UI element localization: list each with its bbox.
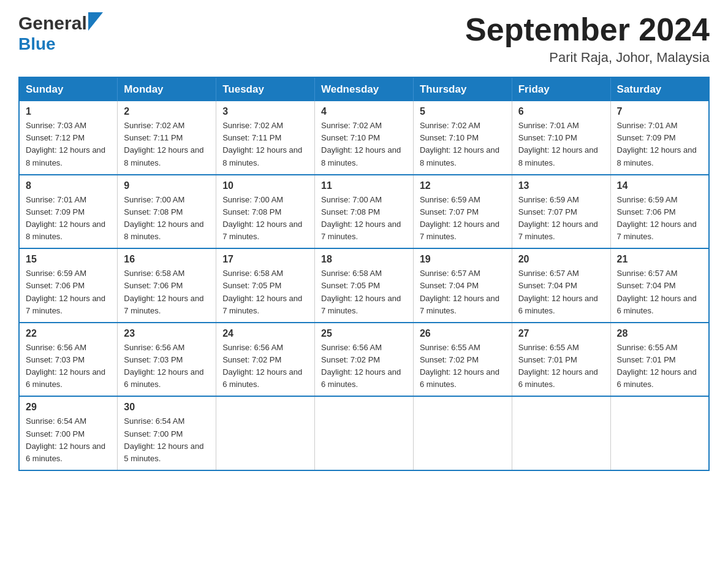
day-info: Sunrise: 6:55 AM Sunset: 7:02 PM Dayligh… [420,342,506,391]
day-info: Sunrise: 6:56 AM Sunset: 7:02 PM Dayligh… [222,342,308,391]
day-info: Sunrise: 6:58 AM Sunset: 7:06 PM Dayligh… [124,267,210,317]
table-row: 21 Sunrise: 6:57 AM Sunset: 7:04 PM Dayl… [610,248,709,323]
day-number: 18 [321,254,407,265]
day-number: 15 [26,254,111,265]
table-row: 27 Sunrise: 6:55 AM Sunset: 7:01 PM Dayl… [512,323,610,397]
logo-arrow-icon [87,11,103,33]
header-wednesday: Wednesday [315,77,414,101]
day-info: Sunrise: 6:57 AM Sunset: 7:04 PM Dayligh… [617,267,702,317]
day-info: Sunrise: 7:02 AM Sunset: 7:11 PM Dayligh… [124,120,210,169]
day-info: Sunrise: 6:54 AM Sunset: 7:00 PM Dayligh… [124,415,210,465]
table-row: 28 Sunrise: 6:55 AM Sunset: 7:01 PM Dayl… [610,323,709,397]
table-row: 3 Sunrise: 7:02 AM Sunset: 7:11 PM Dayli… [216,101,315,175]
day-number: 4 [321,106,407,117]
header-monday: Monday [118,77,216,101]
table-row: 30 Sunrise: 6:54 AM Sunset: 7:00 PM Dayl… [118,396,216,470]
table-row: 12 Sunrise: 6:59 AM Sunset: 7:07 PM Dayl… [413,175,512,249]
table-row: 4 Sunrise: 7:02 AM Sunset: 7:10 PM Dayli… [315,101,414,175]
header-tuesday: Tuesday [216,77,315,101]
day-info: Sunrise: 7:01 AM Sunset: 7:10 PM Dayligh… [518,120,604,169]
calendar-body: 1 Sunrise: 7:03 AM Sunset: 7:12 PM Dayli… [19,101,709,470]
day-info: Sunrise: 6:54 AM Sunset: 7:00 PM Dayligh… [26,415,111,465]
day-info: Sunrise: 6:56 AM Sunset: 7:02 PM Dayligh… [321,342,407,391]
table-row [413,396,512,470]
day-number: 9 [124,180,210,191]
calendar-table: Sunday Monday Tuesday Wednesday Thursday… [18,77,710,471]
day-number: 7 [617,106,702,117]
day-number: 29 [26,402,111,413]
title-block: September 2024 Parit Raja, Johor, Malays… [465,12,710,66]
table-row: 6 Sunrise: 7:01 AM Sunset: 7:10 PM Dayli… [512,101,610,175]
table-row: 13 Sunrise: 6:59 AM Sunset: 7:07 PM Dayl… [512,175,610,249]
day-number: 1 [26,106,111,117]
day-number: 8 [26,180,111,191]
day-info: Sunrise: 6:58 AM Sunset: 7:05 PM Dayligh… [222,267,308,317]
month-title: September 2024 [465,12,710,47]
day-number: 23 [124,328,210,339]
header-thursday: Thursday [413,77,512,101]
day-number: 27 [518,328,604,339]
location-text: Parit Raja, Johor, Malaysia [465,50,710,66]
day-number: 11 [321,180,407,191]
day-info: Sunrise: 6:58 AM Sunset: 7:05 PM Dayligh… [321,267,407,317]
day-info: Sunrise: 6:57 AM Sunset: 7:04 PM Dayligh… [518,267,604,317]
day-info: Sunrise: 6:57 AM Sunset: 7:04 PM Dayligh… [420,267,506,317]
table-row [610,396,709,470]
table-row: 24 Sunrise: 6:56 AM Sunset: 7:02 PM Dayl… [216,323,315,397]
day-info: Sunrise: 6:56 AM Sunset: 7:03 PM Dayligh… [124,342,210,391]
table-row: 18 Sunrise: 6:58 AM Sunset: 7:05 PM Dayl… [315,248,414,323]
day-info: Sunrise: 7:01 AM Sunset: 7:09 PM Dayligh… [617,120,702,169]
day-info: Sunrise: 7:00 AM Sunset: 7:08 PM Dayligh… [321,194,407,243]
header-saturday: Saturday [610,77,709,101]
day-number: 26 [420,328,506,339]
day-number: 17 [222,254,308,265]
table-row: 26 Sunrise: 6:55 AM Sunset: 7:02 PM Dayl… [413,323,512,397]
page-header: General Blue September 2024 Parit Raja, … [18,12,710,66]
header-friday: Friday [512,77,610,101]
day-info: Sunrise: 6:59 AM Sunset: 7:06 PM Dayligh… [617,194,702,243]
day-info: Sunrise: 6:55 AM Sunset: 7:01 PM Dayligh… [518,342,604,391]
table-row: 15 Sunrise: 6:59 AM Sunset: 7:06 PM Dayl… [19,248,118,323]
day-info: Sunrise: 6:59 AM Sunset: 7:06 PM Dayligh… [26,267,111,317]
svg-marker-0 [88,12,103,31]
day-info: Sunrise: 7:02 AM Sunset: 7:10 PM Dayligh… [321,120,407,169]
table-row: 11 Sunrise: 7:00 AM Sunset: 7:08 PM Dayl… [315,175,414,249]
table-row: 19 Sunrise: 6:57 AM Sunset: 7:04 PM Dayl… [413,248,512,323]
table-row: 16 Sunrise: 6:58 AM Sunset: 7:06 PM Dayl… [118,248,216,323]
calendar-header: Sunday Monday Tuesday Wednesday Thursday… [19,77,709,101]
table-row: 10 Sunrise: 7:00 AM Sunset: 7:08 PM Dayl… [216,175,315,249]
day-info: Sunrise: 7:03 AM Sunset: 7:12 PM Dayligh… [26,120,111,169]
day-number: 16 [124,254,210,265]
table-row [216,396,315,470]
table-row: 8 Sunrise: 7:01 AM Sunset: 7:09 PM Dayli… [19,175,118,249]
day-number: 2 [124,106,210,117]
day-number: 13 [518,180,604,191]
table-row: 5 Sunrise: 7:02 AM Sunset: 7:10 PM Dayli… [413,101,512,175]
day-info: Sunrise: 7:00 AM Sunset: 7:08 PM Dayligh… [222,194,308,243]
table-row: 7 Sunrise: 7:01 AM Sunset: 7:09 PM Dayli… [610,101,709,175]
logo-blue-text: Blue [18,34,56,54]
day-info: Sunrise: 6:59 AM Sunset: 7:07 PM Dayligh… [518,194,604,243]
table-row: 25 Sunrise: 6:56 AM Sunset: 7:02 PM Dayl… [315,323,414,397]
logo: General Blue [18,12,103,54]
table-row: 14 Sunrise: 6:59 AM Sunset: 7:06 PM Dayl… [610,175,709,249]
table-row: 1 Sunrise: 7:03 AM Sunset: 7:12 PM Dayli… [19,101,118,175]
day-info: Sunrise: 6:59 AM Sunset: 7:07 PM Dayligh… [420,194,506,243]
day-number: 24 [222,328,308,339]
table-row: 9 Sunrise: 7:00 AM Sunset: 7:08 PM Dayli… [118,175,216,249]
table-row: 20 Sunrise: 6:57 AM Sunset: 7:04 PM Dayl… [512,248,610,323]
day-number: 28 [617,328,702,339]
day-number: 3 [222,106,308,117]
table-row [512,396,610,470]
table-row: 2 Sunrise: 7:02 AM Sunset: 7:11 PM Dayli… [118,101,216,175]
day-number: 19 [420,254,506,265]
table-row: 22 Sunrise: 6:56 AM Sunset: 7:03 PM Dayl… [19,323,118,397]
table-row: 29 Sunrise: 6:54 AM Sunset: 7:00 PM Dayl… [19,396,118,470]
day-info: Sunrise: 7:00 AM Sunset: 7:08 PM Dayligh… [124,194,210,243]
table-row [315,396,414,470]
header-sunday: Sunday [19,77,118,101]
day-number: 6 [518,106,604,117]
day-info: Sunrise: 6:56 AM Sunset: 7:03 PM Dayligh… [26,342,111,391]
day-number: 5 [420,106,506,117]
day-info: Sunrise: 7:01 AM Sunset: 7:09 PM Dayligh… [26,194,111,243]
